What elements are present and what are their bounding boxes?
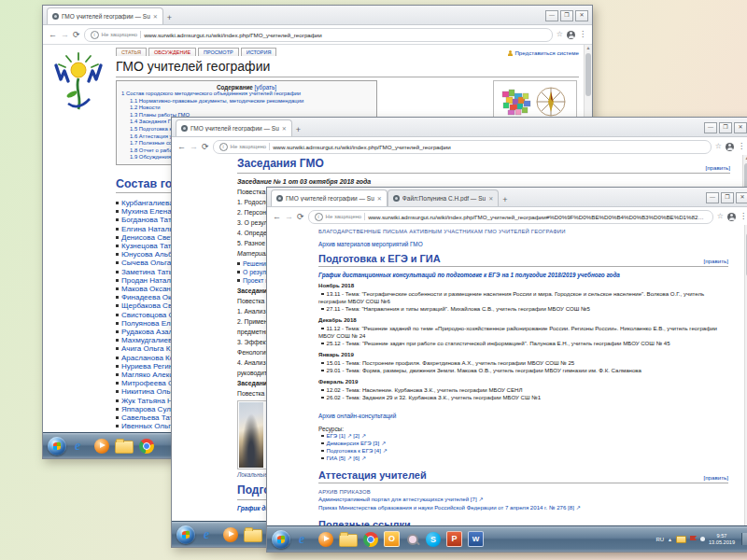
browser-tab-active[interactable]: ГМО учителей географии — Su ✕ [271, 189, 388, 206]
tab-close-icon[interactable]: ✕ [488, 196, 493, 202]
attestation-link[interactable]: Приказ Министерства образования и науки … [318, 503, 728, 511]
bookmark-star-icon[interactable]: ☆ [557, 31, 563, 38]
section-heading-attestation: Аттестация учителей [править] [318, 469, 728, 483]
scroll-up-icon[interactable]: ▲ [743, 155, 747, 161]
minimize-button[interactable]: — [545, 10, 558, 21]
forward-icon[interactable]: → [285, 213, 293, 221]
start-icon[interactable] [272, 530, 290, 549]
profile-avatar-icon[interactable] [727, 213, 736, 221]
bookmark-star-icon[interactable]: ☆ [715, 143, 722, 150]
consultation-schedule-link[interactable]: График дистанционных консультаций по под… [318, 272, 728, 278]
tab-history[interactable]: ИСТОРИЯ [241, 48, 277, 56]
wmp-icon[interactable] [94, 439, 109, 454]
wmp-icon[interactable] [223, 527, 238, 542]
forward-icon[interactable]: → [61, 31, 69, 39]
resource-link[interactable]: ЕГЭ [1] ↗ [2] ↗ [318, 432, 728, 440]
toc-entry[interactable]: 1.2 Новости [121, 105, 372, 112]
taskbar-clock[interactable]: 9:57 13.05.2019 [709, 533, 735, 545]
action-center-flag-icon[interactable] [690, 536, 697, 542]
info-icon[interactable]: i [91, 31, 99, 39]
address-bar[interactable]: i Не защищено www.surwiki.admsurgut.ru/w… [213, 140, 712, 154]
word-icon[interactable] [468, 531, 484, 547]
scrollbar-thumb[interactable] [585, 53, 591, 96]
powerpoint-icon[interactable] [446, 531, 462, 547]
address-bar[interactable]: i Не защищено www.surwiki.admsurgut.ru/w… [308, 210, 713, 224]
volume-icon[interactable] [700, 537, 705, 541]
skype-icon[interactable] [426, 532, 441, 547]
edit-link[interactable]: [править] [706, 164, 730, 171]
browser-menu-icon[interactable]: ⋮ [740, 213, 747, 220]
tab-discussion[interactable]: ОБСУЖДЕНИЕ [148, 48, 196, 56]
meeting-photo-thumbnail[interactable] [237, 400, 267, 469]
magnifier-icon[interactable] [405, 532, 420, 547]
back-icon[interactable]: ← [273, 213, 281, 221]
consultation-entry: 15.01 - Тема: Построение профиля. Фахрет… [318, 359, 728, 367]
new-tab-button[interactable]: + [296, 125, 301, 134]
back-icon[interactable]: ← [177, 143, 186, 151]
close-button[interactable]: ✕ [736, 192, 747, 203]
reload-icon[interactable]: ⟳ [297, 213, 304, 221]
new-tab-button[interactable]: + [167, 13, 172, 22]
profile-avatar-icon[interactable] [567, 31, 575, 39]
profile-avatar-icon[interactable] [726, 143, 734, 151]
tab-close-icon[interactable]: ✕ [377, 196, 382, 202]
resource-link[interactable]: Демоверсия ЕГЭ [3] ↗ [318, 440, 728, 447]
folder-icon[interactable] [339, 534, 358, 547]
info-icon[interactable]: i [219, 143, 228, 151]
tab-close-icon[interactable]: ✕ [282, 126, 287, 132]
bookmark-star-icon[interactable]: ☆ [717, 213, 724, 220]
online-archive-link[interactable]: Архив онлайн-консультаций [318, 413, 728, 419]
attestation-link[interactable]: Административный портал для аттестующихс… [318, 495, 728, 503]
show-desktop-button[interactable] [741, 533, 747, 545]
tray-expand-icon[interactable]: ▲ [668, 537, 672, 542]
toc-entry[interactable]: 1.1 Нормативно-правовые документы, метод… [121, 98, 372, 105]
close-button[interactable]: ✕ [734, 122, 747, 133]
browser-tab[interactable]: ГМО учителей географии — Su ✕ [47, 7, 163, 24]
thanks-letters-link[interactable]: БЛАГОДАРСТВЕННЫЕ ПИСЬМА АКТИВНЫМ УЧАСТНИ… [318, 229, 728, 234]
surwiki-logo[interactable] [50, 50, 106, 116]
close-button[interactable]: ✕ [575, 10, 588, 21]
outlook-icon[interactable] [384, 531, 400, 547]
minimize-button[interactable]: — [706, 192, 719, 203]
reload-icon[interactable]: ⟳ [73, 31, 80, 39]
ie-icon[interactable] [72, 438, 89, 455]
new-tab-button[interactable]: + [502, 195, 507, 204]
back-icon[interactable]: ← [49, 31, 57, 39]
maximize-button[interactable]: ❐ [560, 10, 573, 21]
maximize-button[interactable]: ❐ [721, 192, 734, 203]
resources-label: Ресурсы: [318, 426, 728, 432]
edit-link[interactable]: [править] [704, 474, 728, 481]
browser-tab-pdf[interactable]: Файл:Полунина С.Н.pdf — Su ✕ [388, 189, 499, 206]
start-icon[interactable] [48, 437, 66, 455]
tab-article[interactable]: СТАТЬЯ [116, 48, 147, 56]
chrome-icon[interactable] [363, 532, 378, 547]
language-indicator[interactable]: RU [655, 537, 664, 542]
tab-view[interactable]: ПРОСМОТР [198, 48, 239, 56]
folder-icon[interactable] [115, 441, 134, 454]
ie-icon[interactable] [201, 526, 218, 543]
maximize-button[interactable]: ❐ [719, 122, 732, 133]
chrome-icon[interactable] [139, 439, 154, 454]
tab-close-icon[interactable]: ✕ [153, 14, 158, 20]
materials-archive-link[interactable]: Архив материалов мероприятий ГМО [318, 241, 728, 247]
address-bar[interactable]: i Не защищено www.surwiki.admsurgut.ru/w… [84, 28, 553, 42]
wiki-login-link[interactable]: Представиться системе [508, 49, 579, 56]
ie-icon[interactable] [296, 531, 313, 548]
edit-link[interactable]: [править] [704, 258, 728, 264]
reload-icon[interactable]: ⟳ [202, 143, 209, 151]
resource-link[interactable]: ГИА [5] ↗ [6] ↗ [318, 455, 728, 462]
tray-folder-icon[interactable] [676, 536, 686, 543]
browser-tab[interactable]: ГМО учителей географии — Su ✕ [176, 119, 292, 136]
resource-link[interactable]: Подготовка к ЕГЭ [4] ↗ [318, 447, 728, 455]
scroll-up-icon[interactable]: ▲ [585, 45, 592, 51]
minimize-button[interactable]: — [704, 122, 717, 133]
wmp-icon[interactable] [318, 532, 333, 547]
browser-menu-icon[interactable]: ⋮ [738, 143, 745, 150]
toc-hide-link[interactable]: [убрать] [255, 84, 276, 91]
browser-menu-icon[interactable]: ⋮ [579, 31, 586, 38]
start-icon[interactable] [176, 525, 195, 544]
forward-icon[interactable]: → [190, 143, 198, 151]
toc-entry[interactable]: 1 Состав городского методического объеди… [121, 91, 372, 98]
folder-icon[interactable] [244, 529, 262, 542]
info-icon[interactable]: i [315, 213, 323, 221]
